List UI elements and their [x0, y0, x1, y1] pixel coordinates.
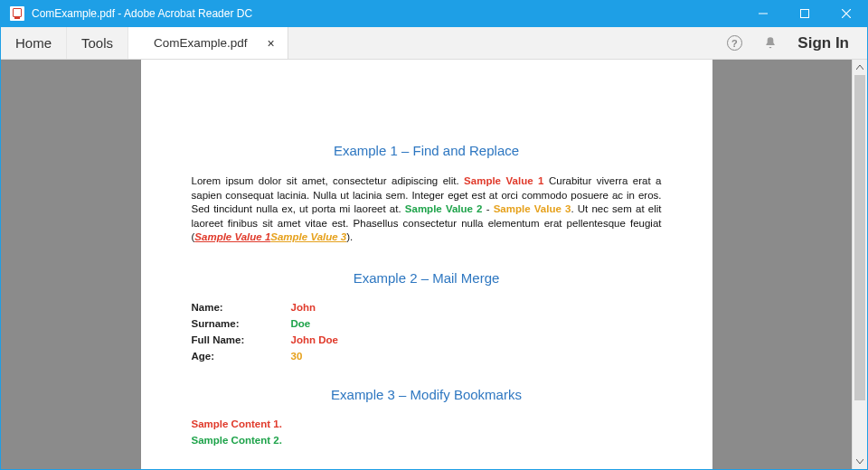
sample-value-3: Sample Value 3: [494, 203, 571, 214]
scroll-down-button[interactable]: [853, 454, 867, 469]
bell-icon: [763, 36, 778, 51]
chevron-down-icon: [856, 459, 863, 464]
vertical-scrollbar[interactable]: [852, 60, 867, 469]
kv-row: Name:John: [192, 302, 662, 313]
close-icon: [842, 9, 851, 18]
help-icon: ?: [727, 35, 742, 51]
kv-key: Name:: [192, 302, 291, 313]
help-button[interactable]: ?: [716, 35, 752, 51]
content-area: Example 1 – Find and Replace Lorem ipsum…: [1, 60, 867, 469]
kv-value: John Doe: [291, 334, 338, 345]
chevron-up-icon: [856, 65, 863, 70]
sample-value-1: Sample Value 1: [464, 175, 543, 186]
heading-2: Example 2 – Mail Merge: [192, 270, 662, 286]
title-bar: ComExample.pdf - Adobe Acrobat Reader DC: [1, 1, 867, 27]
minimize-button[interactable]: [742, 1, 784, 27]
scroll-track[interactable]: [853, 75, 867, 454]
maximize-icon: [800, 9, 809, 18]
nav-tools[interactable]: Tools: [67, 27, 128, 60]
kv-value: John: [291, 302, 316, 313]
kv-value: 30: [291, 351, 303, 362]
kv-key: Age:: [192, 351, 291, 362]
sample-content-2: Sample Content 2.: [192, 435, 662, 446]
document-page: Example 1 – Find and Replace Lorem ipsum…: [141, 60, 712, 469]
heading-1: Example 1 – Find and Replace: [192, 143, 662, 158]
sample-value-1-u: Sample Value 1: [194, 231, 270, 242]
sign-in-button[interactable]: Sign In: [788, 34, 867, 52]
maximize-button[interactable]: [784, 1, 826, 27]
tab-close-button[interactable]: ×: [268, 36, 275, 51]
scroll-thumb[interactable]: [854, 75, 865, 400]
mail-merge-list: Name:JohnSurname:DoeFull Name:John DoeAg…: [192, 302, 662, 362]
paragraph-1: Lorem ipsum dolor sit amet, consectetur …: [192, 174, 662, 245]
gutter-left: [1, 60, 138, 469]
notifications-button[interactable]: [752, 36, 788, 51]
sample-value-3-u: Sample Value 3: [270, 231, 346, 242]
gutter-right: [714, 60, 852, 469]
document-tab[interactable]: ComExample.pdf ×: [128, 27, 288, 60]
window-controls: [742, 1, 867, 27]
close-button[interactable]: [826, 1, 867, 27]
minimize-icon: [759, 9, 768, 18]
kv-row: Surname:Doe: [192, 318, 662, 329]
kv-row: Full Name:John Doe: [192, 334, 662, 345]
heading-3: Example 3 – Modify Bookmarks: [192, 387, 662, 402]
nav-home[interactable]: Home: [1, 27, 67, 60]
svg-rect-1: [801, 10, 809, 18]
sample-content-1: Sample Content 1.: [192, 418, 662, 429]
kv-value: Doe: [291, 318, 311, 329]
tab-bar: Home Tools ComExample.pdf × ? Sign In: [1, 27, 867, 61]
document-viewport[interactable]: Example 1 – Find and Replace Lorem ipsum…: [138, 60, 714, 469]
app-icon: [10, 6, 24, 21]
scroll-up-button[interactable]: [853, 60, 867, 75]
window-title: ComExample.pdf - Adobe Acrobat Reader DC: [32, 7, 252, 20]
app-window: ComExample.pdf - Adobe Acrobat Reader DC…: [0, 0, 868, 470]
document-tab-label: ComExample.pdf: [154, 36, 248, 50]
kv-key: Full Name:: [192, 334, 291, 345]
kv-row: Age:30: [192, 351, 662, 362]
sample-value-2: Sample Value 2: [405, 203, 483, 214]
kv-key: Surname:: [192, 318, 291, 329]
